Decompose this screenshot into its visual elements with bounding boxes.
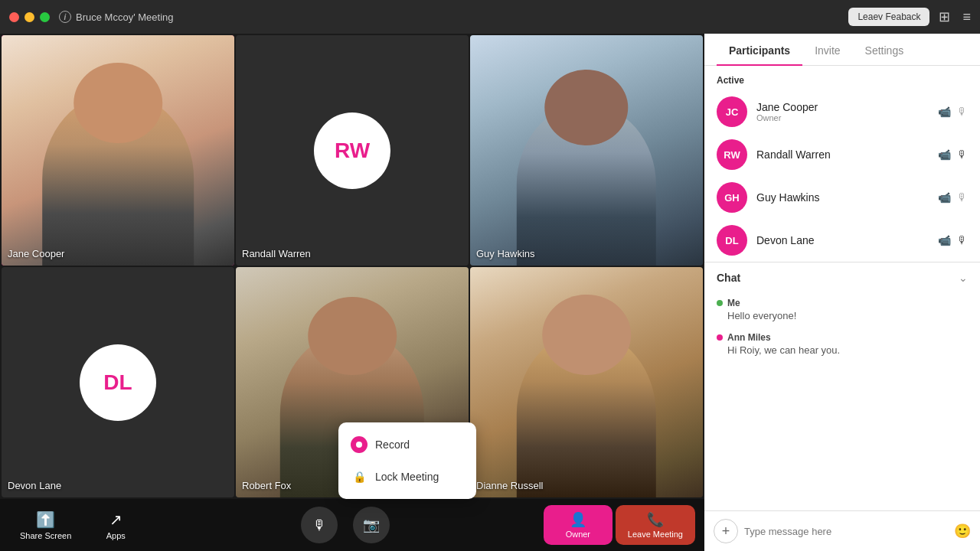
- titlebar: i Bruce Mccoy' Meeting Leaev Feaback ⊞ ≡: [0, 0, 980, 34]
- msg-sender-me: Me: [717, 298, 968, 308]
- video-icon-randall: 📹: [938, 148, 951, 161]
- chat-input-area: + 🙂: [704, 510, 980, 551]
- toolbar-center: 🎙 📷: [149, 507, 541, 543]
- close-button[interactable]: [9, 12, 19, 22]
- record-item[interactable]: Record: [338, 429, 476, 461]
- video-icon-guy: 📹: [938, 191, 951, 204]
- video-cell-guy[interactable]: Guy Hawkins: [470, 35, 703, 266]
- video-cell-jane[interactable]: Jane Cooper: [2, 35, 234, 266]
- participant-devon: DL Devon Lane 📹 🎙: [704, 219, 980, 262]
- avatar-randall: RW: [236, 35, 469, 266]
- msg-sender-ann: Ann Miles: [717, 332, 968, 343]
- leave-label: Leave Meeting: [628, 530, 683, 539]
- mic-icon-randall: 🎙: [957, 148, 968, 161]
- record-label: Record: [375, 439, 410, 451]
- video-cell-dianne[interactable]: Dianne Russell: [470, 267, 703, 497]
- maximize-button[interactable]: [40, 12, 50, 22]
- chat-msg-ann: Ann Miles Hi Roiy, we can hear you.: [704, 329, 980, 359]
- panel-tabs: Participants Invite Settings: [704, 34, 980, 66]
- video-name-jane: Jane Cooper: [8, 248, 64, 259]
- video-icon-jane: 📹: [938, 106, 951, 118]
- info-devon: Devon Lane: [756, 234, 929, 246]
- participant-randall: RW Randall Warren 📹 🎙: [704, 133, 980, 176]
- chat-messages: Me Hello everyone! Ann Miles Hi Roiy, we…: [704, 289, 980, 510]
- owner-label: Owner: [566, 530, 590, 539]
- share-screen-label: Share Screen: [20, 531, 71, 540]
- microphone-icon: 🎙: [312, 517, 326, 533]
- icons-guy: 📹 🎙: [938, 191, 968, 204]
- chevron-down-icon: ⌄: [959, 272, 968, 284]
- leave-meeting-button[interactable]: 📞 Leave Meeting: [616, 505, 695, 545]
- apps-icon: ↗: [109, 510, 122, 529]
- participant-guy: GH Guy Hawkins 📹 🎙: [704, 176, 980, 219]
- initials-dl: DL: [80, 344, 156, 421]
- name-guy: Guy Hawkins: [756, 191, 929, 204]
- msg-text-me: Hello everyone!: [717, 310, 968, 321]
- info-randall: Randall Warren: [756, 148, 929, 161]
- initials-rw: RW: [314, 112, 390, 189]
- avatar-guy-p: GH: [717, 182, 747, 213]
- leave-icon: 📞: [647, 511, 664, 528]
- lock-meeting-item[interactable]: 🔒 Lock Meeting: [338, 461, 476, 493]
- minimize-button[interactable]: [24, 12, 34, 22]
- lock-icon: 🔒: [351, 468, 368, 485]
- meeting-title: Bruce Mccoy' Meeting: [76, 11, 173, 23]
- avatar-devon-p: DL: [717, 225, 747, 256]
- video-cell-randall[interactable]: RW Randall Warren: [236, 35, 469, 266]
- icons-jane: 📹 🎙: [938, 106, 968, 118]
- popup-menu: Record 🔒 Lock Meeting: [338, 422, 476, 499]
- name-jane: Jane Cooper: [756, 101, 929, 113]
- mic-icon-guy: 🎙: [957, 191, 968, 204]
- emoji-button[interactable]: 🙂: [954, 523, 971, 540]
- avatar-devon: DL: [2, 267, 234, 497]
- microphone-button[interactable]: 🎙: [301, 507, 338, 543]
- info-icon: i: [59, 11, 71, 23]
- traffic-lights: [9, 12, 50, 22]
- chat-msg-me: Me Hello everyone!: [704, 295, 980, 324]
- sender-name-me: Me: [727, 298, 740, 308]
- leave-feedback-button[interactable]: Leaev Feaback: [848, 8, 929, 26]
- role-jane: Owner: [756, 113, 929, 122]
- menu-icon[interactable]: ≡: [962, 9, 971, 25]
- share-screen-icon: ⬆️: [36, 510, 55, 529]
- chat-input[interactable]: [744, 526, 948, 537]
- chat-add-button[interactable]: +: [714, 519, 738, 543]
- owner-button[interactable]: 👤 Owner: [544, 505, 612, 545]
- share-screen-button[interactable]: ⬆️ Share Screen: [9, 506, 82, 545]
- tab-invite[interactable]: Invite: [802, 34, 852, 66]
- video-cell-devon[interactable]: DL Devon Lane: [2, 267, 234, 497]
- apps-label: Apps: [106, 531, 126, 540]
- chat-section: Chat ⌄: [704, 262, 980, 289]
- camera-icon: 📷: [363, 517, 380, 533]
- tab-settings[interactable]: Settings: [853, 34, 916, 66]
- video-name-devon: Devon Lane: [8, 480, 61, 491]
- info-jane: Jane Cooper Owner: [756, 101, 929, 122]
- video-icon-devon: 📹: [938, 234, 951, 246]
- right-panel: Participants Invite Settings Active JC J…: [704, 34, 980, 551]
- active-section-title: Active: [704, 66, 980, 90]
- titlebar-right: Leaev Feaback ⊞ ≡: [848, 8, 971, 26]
- info-guy: Guy Hawkins: [756, 191, 929, 204]
- view-icon[interactable]: ⊞: [939, 8, 950, 25]
- online-dot-ann: [717, 334, 723, 341]
- chat-title: Chat: [717, 272, 740, 284]
- avatar-randall-p: RW: [717, 139, 747, 170]
- owner-icon: 👤: [570, 511, 586, 528]
- msg-text-ann: Hi Roiy, we can hear you.: [717, 344, 968, 356]
- tab-participants[interactable]: Participants: [717, 34, 802, 66]
- icons-randall: 📹 🎙: [938, 148, 968, 161]
- name-randall: Randall Warren: [756, 148, 929, 161]
- video-area: Jane Cooper RW Randall Warren Guy Hawkin…: [0, 34, 704, 551]
- main-content: Jane Cooper RW Randall Warren Guy Hawkin…: [0, 34, 980, 551]
- participant-jane: JC Jane Cooper Owner 📹 🎙: [704, 90, 980, 133]
- avatar-jane: JC: [717, 96, 747, 127]
- apps-button[interactable]: ↗ Apps: [85, 506, 146, 545]
- online-dot-me: [717, 300, 723, 306]
- title-info: i Bruce Mccoy' Meeting: [59, 11, 173, 23]
- sender-name-ann: Ann Miles: [727, 332, 771, 343]
- camera-button[interactable]: 📷: [353, 507, 390, 543]
- video-name-guy: Guy Hawkins: [476, 248, 535, 259]
- chat-header[interactable]: Chat ⌄: [717, 272, 968, 284]
- name-devon: Devon Lane: [756, 234, 929, 246]
- icons-devon: 📹 🎙: [938, 234, 968, 246]
